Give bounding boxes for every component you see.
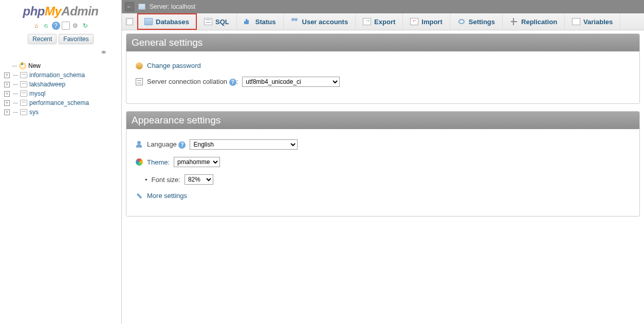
help-icon[interactable]: ? xyxy=(178,141,186,149)
logo[interactable]: phpMyAdmin xyxy=(0,0,121,20)
panel-general-settings: General settings Change password Server … xyxy=(126,33,640,104)
new-icon xyxy=(19,62,26,69)
home-icon[interactable]: ⌂ xyxy=(32,22,41,30)
key-icon xyxy=(136,62,143,69)
settings-icon xyxy=(457,18,466,25)
fontsize-select[interactable]: 82% xyxy=(185,174,213,185)
fontsize-label: Font size: xyxy=(152,176,180,184)
more-settings-link[interactable]: More settings xyxy=(147,192,187,200)
panel-title: General settings xyxy=(126,34,639,51)
exit-icon[interactable]: ⎋ xyxy=(42,22,50,30)
tab-export[interactable]: Export xyxy=(356,13,403,30)
breadcrumb-label[interactable]: Server: localhost xyxy=(150,3,195,10)
collation-select[interactable]: utf8mb4_unicode_ci xyxy=(242,77,340,87)
tab-settings[interactable]: Settings xyxy=(450,13,503,30)
main: ← Server: localhost Databases SQL Status xyxy=(122,0,644,324)
tab-recent[interactable]: Recent xyxy=(28,34,57,44)
help-icon[interactable]: ? xyxy=(52,22,60,30)
tab-sql[interactable]: SQL xyxy=(197,13,237,30)
tree-new[interactable]: New xyxy=(4,61,119,70)
sidebar: phpMyAdmin ⌂ ⎋ ? ⚙ ↻ Recent Favorites ⚭ … xyxy=(0,0,122,324)
tab-databases[interactable]: Databases xyxy=(137,13,197,30)
tree-item-mysql[interactable]: + mysql xyxy=(4,89,119,98)
panel-appearance-settings: Appearance settings Language ? English xyxy=(126,111,640,217)
expand-icon[interactable]: + xyxy=(4,100,10,106)
collapse-link-icon[interactable]: ⚭ xyxy=(0,46,121,59)
sidebar-toolbar: ⌂ ⎋ ? ⚙ ↻ xyxy=(0,20,121,33)
expand-icon[interactable]: + xyxy=(4,82,10,87)
wrench-icon xyxy=(136,192,143,200)
back-button[interactable]: ← xyxy=(125,2,134,11)
palette-icon xyxy=(136,158,143,166)
tab-user-accounts[interactable]: User accounts xyxy=(284,13,356,30)
status-icon xyxy=(244,18,252,25)
db-tree: New + information_schema + lakshadweep +… xyxy=(0,59,121,119)
tab-import[interactable]: Import xyxy=(403,13,450,30)
database-icon xyxy=(20,109,27,115)
collation-icon xyxy=(136,78,143,85)
language-label: Language ? xyxy=(147,140,186,149)
panel-title: Appearance settings xyxy=(126,112,639,129)
server-icon xyxy=(138,4,145,10)
tab-favorites[interactable]: Favorites xyxy=(59,34,93,44)
tree-item-sys[interactable]: + sys xyxy=(4,107,119,117)
database-icon xyxy=(20,81,27,87)
tab-variables[interactable]: Variables xyxy=(565,13,620,30)
database-icon xyxy=(20,72,27,78)
top-nav: Databases SQL Status User accounts Expor… xyxy=(122,13,644,30)
expand-icon[interactable]: + xyxy=(4,73,10,78)
database-icon xyxy=(144,18,153,25)
export-icon xyxy=(363,18,371,25)
change-password-link[interactable]: Change password xyxy=(147,62,201,69)
replication-icon xyxy=(510,18,518,25)
reload-icon[interactable]: ↻ xyxy=(81,22,89,30)
tab-status[interactable]: Status xyxy=(237,13,284,30)
tree-item-lakshadweep[interactable]: + lakshadweep xyxy=(4,80,119,89)
nav-handle[interactable] xyxy=(122,13,137,30)
gear-icon[interactable]: ⚙ xyxy=(71,22,80,30)
language-select[interactable]: English xyxy=(190,139,298,150)
sidebar-tabs: Recent Favorites xyxy=(0,33,121,46)
tab-replication[interactable]: Replication xyxy=(503,13,565,30)
breadcrumb: ← Server: localhost xyxy=(122,0,644,13)
import-icon xyxy=(410,18,418,25)
person-icon xyxy=(136,141,143,148)
expand-icon[interactable]: + xyxy=(4,110,10,115)
expand-icon[interactable]: + xyxy=(4,91,10,97)
theme-label[interactable]: Theme: xyxy=(147,158,170,166)
users-icon xyxy=(291,18,299,25)
tree-item-performance_schema[interactable]: + performance_schema xyxy=(4,98,119,107)
database-icon xyxy=(20,100,27,106)
collation-label: Server connection collation ?: xyxy=(147,78,238,86)
theme-select[interactable]: pmahomme xyxy=(174,157,220,167)
help-icon[interactable]: ? xyxy=(229,79,236,86)
variables-icon xyxy=(572,18,580,25)
sql-icon xyxy=(204,18,212,25)
database-icon xyxy=(20,91,27,97)
content: General settings Change password Server … xyxy=(122,30,644,227)
docs-icon[interactable] xyxy=(62,22,70,30)
tree-item-information_schema[interactable]: + information_schema xyxy=(4,70,119,80)
